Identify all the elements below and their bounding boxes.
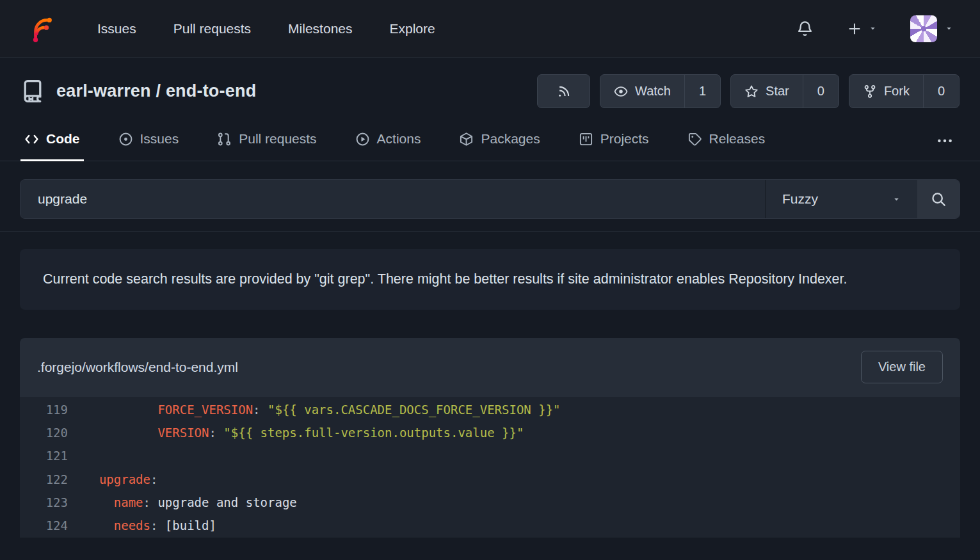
chevron-down-icon [892, 195, 901, 204]
notifications-bell-icon[interactable] [796, 20, 814, 37]
code-string: "${{ vars.CASCADE_DOCS_FORCE_VERSION }}" [268, 403, 561, 417]
repo-owner-link[interactable]: earl-warren [56, 81, 151, 100]
tab-actions[interactable]: Actions [351, 121, 425, 161]
repository-book-icon [20, 79, 45, 104]
tab-projects[interactable]: Projects [575, 121, 653, 161]
tab-packages[interactable]: Packages [455, 121, 543, 161]
code-indent [84, 403, 157, 417]
avatar [910, 15, 937, 42]
code-punct: : [143, 495, 158, 509]
code-punct: : [150, 518, 165, 532]
code-key: upgrade [99, 472, 150, 486]
code-indent [84, 426, 157, 440]
code-icon [24, 132, 39, 147]
search-bar: Fuzzy [20, 179, 960, 219]
tab-issues[interactable]: Issues [115, 121, 183, 161]
repo-tabs: Code Issues Pull requests Actions Packag… [0, 121, 980, 161]
repo-header: earl-warren / end-to-end Watch 1 [0, 58, 980, 108]
forgejo-logo-icon[interactable] [27, 15, 55, 43]
nav-link-pull-requests[interactable]: Pull requests [173, 21, 251, 36]
code-search-section: Fuzzy [0, 161, 980, 231]
star-label: Star [766, 84, 789, 99]
search-button[interactable] [917, 180, 960, 218]
code-value: [build] [165, 518, 216, 532]
user-menu[interactable] [910, 15, 953, 42]
tab-code-label: Code [46, 131, 80, 147]
code-line: 123 name: upgrade and storage [20, 491, 960, 514]
code-line: 119 FORCE_VERSION: "${{ vars.CASCADE_DOC… [20, 398, 960, 421]
package-cube-icon [459, 132, 474, 147]
line-number[interactable]: 123 [20, 491, 68, 514]
search-mode-value: Fuzzy [782, 191, 818, 207]
code-indent [84, 518, 114, 532]
search-mode-select[interactable]: Fuzzy [766, 180, 917, 218]
project-board-icon [579, 132, 593, 147]
tabs-overflow-menu[interactable] [930, 121, 960, 161]
chevron-down-icon [945, 24, 953, 33]
star-button[interactable]: Star 0 [730, 74, 839, 108]
repo-name-link[interactable]: end-to-end [166, 81, 256, 100]
watch-label: Watch [635, 84, 671, 99]
code-value: upgrade and storage [157, 495, 296, 509]
line-number[interactable]: 119 [20, 398, 68, 421]
code-punct: : [209, 426, 223, 440]
code-content: needs: [build] [68, 514, 216, 537]
code-string: "${{ steps.full-version.outputs.value }}… [223, 426, 524, 440]
code-line: 122 upgrade: [20, 468, 960, 491]
top-navbar: Issues Pull requests Milestones Explore [0, 0, 980, 58]
rss-feed-button[interactable] [537, 74, 590, 108]
play-circle-icon [355, 132, 370, 147]
tag-icon [687, 132, 702, 147]
issue-circle-dot-icon [118, 132, 133, 147]
tab-projects-label: Projects [600, 131, 649, 147]
tab-pull-requests[interactable]: Pull requests [213, 121, 320, 161]
code-content [68, 444, 84, 467]
code-content: upgrade: [68, 468, 157, 491]
navbar-right [796, 15, 953, 42]
nav-link-issues[interactable]: Issues [97, 21, 136, 36]
section-divider [0, 231, 980, 232]
line-number[interactable]: 124 [20, 514, 68, 537]
code-line: 120 VERSION: "${{ steps.full-version.out… [20, 421, 960, 444]
line-number[interactable]: 122 [20, 468, 68, 491]
search-result-file: .forgejo/workflows/end-to-end.yml View f… [20, 338, 960, 538]
chevron-down-icon [869, 24, 877, 33]
code-key: needs [114, 518, 150, 532]
code-content: VERSION: "${{ steps.full-version.outputs… [68, 421, 524, 444]
code-snippet: 119 FORCE_VERSION: "${{ vars.CASCADE_DOC… [20, 397, 960, 538]
nav-link-milestones[interactable]: Milestones [288, 21, 352, 36]
tab-issues-label: Issues [140, 131, 179, 147]
eye-icon [614, 84, 628, 99]
code-punct: : [150, 472, 157, 486]
fork-label: Fork [884, 84, 910, 99]
file-path-link[interactable]: .forgejo/workflows/end-to-end.yml [37, 360, 238, 375]
tab-code[interactable]: Code [20, 121, 84, 161]
plus-icon [847, 21, 862, 36]
code-line: 124 needs: [build] [20, 514, 960, 537]
tab-pull-requests-label: Pull requests [239, 131, 316, 147]
code-key: name [114, 495, 143, 509]
tab-actions-label: Actions [377, 131, 421, 147]
line-number[interactable]: 121 [20, 444, 68, 467]
nav-link-explore[interactable]: Explore [390, 21, 435, 36]
tab-releases[interactable]: Releases [684, 121, 769, 161]
primary-nav: Issues Pull requests Milestones Explore [97, 21, 435, 36]
watch-button[interactable]: Watch 1 [600, 74, 721, 108]
repo-actions: Watch 1 Star 0 Fork 0 [537, 74, 960, 108]
star-icon [744, 84, 759, 99]
line-number[interactable]: 120 [20, 421, 68, 444]
code-key: VERSION [157, 426, 209, 440]
code-indent [84, 495, 114, 509]
star-count[interactable]: 0 [803, 75, 839, 108]
create-new-dropdown[interactable] [847, 21, 877, 36]
watch-count[interactable]: 1 [684, 75, 720, 108]
ellipsis-icon [936, 132, 953, 149]
view-file-button[interactable]: View file [861, 351, 943, 383]
search-input[interactable] [20, 180, 765, 218]
repo-title-separator: / [151, 81, 166, 100]
code-line: 121 [20, 444, 960, 467]
fork-count[interactable]: 0 [923, 75, 959, 108]
fork-button[interactable]: Fork 0 [849, 74, 960, 108]
code-indent [84, 472, 99, 486]
git-pull-request-icon [217, 132, 232, 147]
